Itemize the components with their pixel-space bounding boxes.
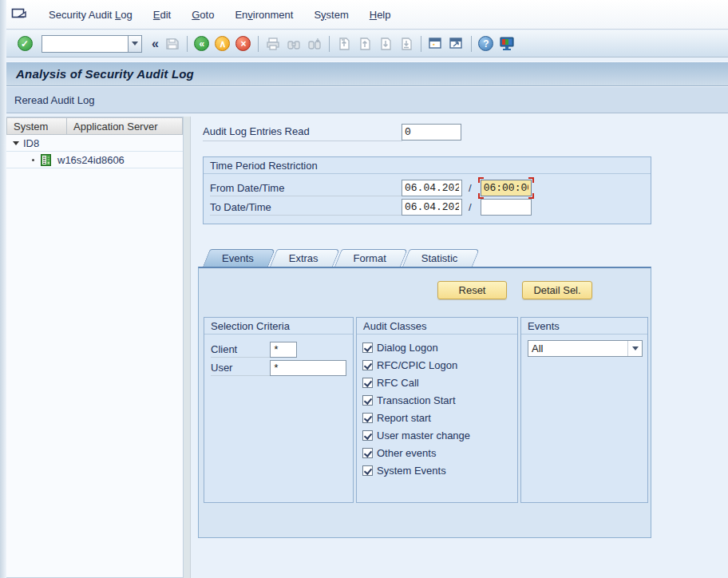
page-down-button[interactable] [375,34,396,53]
tab-strip: Events Extras Format Statistic [203,249,473,267]
checkbox-checked-icon[interactable] [362,360,373,370]
client-label: Client [211,342,270,358]
menu-goto[interactable]: Goto [181,6,224,24]
checkbox-row-other-events[interactable]: Other events [362,445,436,461]
detail-sel-button[interactable]: Detail Sel. [522,281,592,299]
client-row: Client [211,341,297,358]
enter-icon: ✓ [21,39,29,49]
find-button[interactable] [283,34,304,53]
checkbox-row-system-events[interactable]: System Events [362,462,446,478]
events-dropdown-value: All [528,342,627,354]
save-button[interactable] [162,34,183,53]
reread-audit-log-button[interactable]: Reread Audit Log [6,91,102,109]
tree-column-application-server[interactable]: Application Server [67,117,183,135]
checkbox-row-dialog-logon[interactable]: Dialog Logon [362,339,438,355]
tab-format[interactable]: Format [334,249,401,267]
collapse-command-icon[interactable]: « [152,37,159,51]
find-next-button[interactable] [304,34,325,53]
command-input[interactable] [42,35,128,53]
menu-edit[interactable]: Edit [143,6,181,24]
new-session-button[interactable] [425,34,446,53]
checkbox-row-report-start[interactable]: Report start [362,410,431,426]
checkbox-row-user-master-change[interactable]: User master change [362,427,470,443]
time-period-groupbox: Time Period Restriction From Date/Time /… [203,156,651,224]
exit-icon: ∧ [220,39,227,49]
events-dropdown[interactable]: All [528,340,643,357]
exit-button[interactable]: ∧ [212,34,233,53]
help-icon: ? [483,39,489,49]
reset-button[interactable]: Reset [437,281,507,299]
from-datetime-row: From Date/Time / [210,179,534,196]
command-dropdown-button[interactable] [128,35,142,53]
events-groupbox: Events All [520,317,648,503]
events-dropdown-button[interactable] [627,341,642,356]
time-period-title: Time Period Restriction [204,157,651,174]
events-title: Events [521,318,647,335]
collapse-triangle-icon[interactable] [13,141,19,145]
tree-node-system[interactable]: ID8 [6,135,183,152]
application-server-icon [41,154,51,166]
toolbar-separator [471,36,472,52]
application-toolbar: Reread Audit Log [6,87,728,113]
tree-header: System Application Server [6,117,183,135]
tab-events[interactable]: Events [203,249,268,267]
toolbar-separator [329,36,330,52]
save-icon [165,37,180,51]
to-time-field[interactable] [481,199,532,216]
customize-layout-icon [499,36,515,52]
command-field-group [42,35,142,53]
from-date-field[interactable] [402,180,462,196]
selection-criteria-title: Selection Criteria [204,318,353,335]
checkbox-checked-icon[interactable] [362,413,373,423]
events-tab-panel: Reset Detail Sel. Selection Criteria Cli… [198,267,651,538]
checkbox-checked-icon[interactable] [362,378,373,388]
checkbox-checked-icon[interactable] [362,342,373,353]
checkbox-row-rfc-cpic-logon[interactable]: RFC/CPIC Logon [362,357,457,373]
page-up-button[interactable] [354,34,375,53]
first-page-button[interactable] [334,34,354,53]
tree-node-system-label: ID8 [23,137,39,149]
page-down-icon [378,37,393,51]
from-time-field[interactable] [481,180,532,196]
last-page-button[interactable] [396,34,417,53]
checkbox-checked-icon[interactable] [362,448,373,458]
print-button[interactable] [263,34,283,53]
checkbox-checked-icon[interactable] [362,395,373,406]
entries-read-label: Audit Log Entries Read [203,125,402,141]
customize-layout-button[interactable] [497,34,517,53]
enter-button[interactable]: ✓ [14,34,35,53]
toolbar-separator [258,36,259,52]
tab-statistic[interactable]: Statistic [402,249,473,267]
menu-system[interactable]: System [303,6,358,24]
main-form-area: Audit Log Entries Read Time Period Restr… [192,117,728,578]
checkbox-row-transaction-start[interactable]: Transaction Start [362,392,456,408]
entries-read-field [402,124,461,141]
user-row: User [211,359,346,377]
toolbar-separator [187,36,188,52]
system-menu-icon[interactable] [11,8,27,21]
menu-environment[interactable]: Environment [224,6,303,24]
audit-classes-title: Audit Classes [357,318,517,335]
menu-security-audit-log[interactable]: Security Audit Log [38,6,143,24]
checkbox-checked-icon[interactable] [362,465,373,476]
create-shortcut-button[interactable] [446,34,467,53]
checkbox-checked-icon[interactable] [362,430,373,441]
panel-splitter[interactable] [184,117,191,578]
tree-column-system[interactable]: System [6,117,67,135]
help-button[interactable]: ? [476,34,497,53]
tab-extras[interactable]: Extras [270,249,333,267]
to-date-field[interactable] [402,199,462,216]
menu-help[interactable]: Help [359,6,402,24]
client-field[interactable] [270,342,297,358]
audit-classes-groupbox: Audit Classes Dialog Logon RFC/CPIC Logo… [356,317,518,503]
print-icon [266,37,280,51]
checkbox-row-rfc-call[interactable]: RFC Call [362,374,419,390]
user-field[interactable] [270,360,346,376]
tree-node-server[interactable]: w16s24id8606 [6,152,183,168]
find-next-icon [307,37,322,51]
focused-field-frame [478,177,534,199]
sap-gui-window: Security Audit Log Edit Goto Environment… [0,0,728,578]
new-session-icon [428,36,443,51]
back-button[interactable]: « [192,34,212,53]
cancel-button[interactable]: × [233,34,254,53]
